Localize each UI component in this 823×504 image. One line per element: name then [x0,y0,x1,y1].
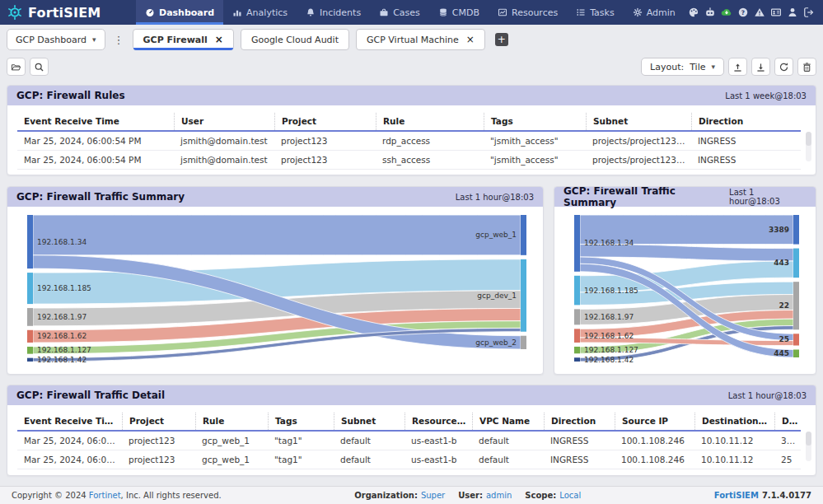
column-header-direction[interactable]: Direction [544,413,615,430]
column-header-project[interactable]: Project [122,413,195,430]
sankey-node[interactable] [27,330,33,343]
add-tab-button[interactable]: + [495,33,508,46]
sankey-node[interactable] [27,215,33,268]
nav-item-label: Resources [512,7,558,18]
table-cell: default [472,432,544,450]
sankey-node[interactable] [27,308,33,326]
sankey-node[interactable] [27,347,33,354]
panel-header[interactable]: GCP: Firewall Traffic Summary Last 1 hou… [554,187,816,207]
user-value[interactable]: admin [486,491,512,500]
sankey-node[interactable] [27,273,33,304]
scope-value[interactable]: Local [559,491,581,500]
sankey-node[interactable] [521,215,526,255]
sankey-node[interactable] [574,329,580,343]
time-range-badge: Last 1 hour@18:03 [456,193,534,202]
sankey-node[interactable] [574,347,580,353]
table-row[interactable]: Mar 25, 2024, 06:00:54 PMjsmith@domain.t… [17,151,801,170]
table-row[interactable]: Mar 25, 2024, 06:02:52 PMproject123gcp_w… [17,432,801,450]
dashboard-selector[interactable]: GCP Dashboard ▾ [7,29,105,50]
sankey-node[interactable] [793,282,799,329]
sankey-node[interactable] [574,309,580,324]
column-header-resource-zone[interactable]: Resource Zone [404,413,472,430]
organization-value[interactable]: Super [421,491,445,500]
table-row[interactable]: Mar 25, 2024, 06:02:52 PMproject123gcp_w… [17,450,801,469]
nav-item-resources[interactable]: Resources [489,0,567,25]
tab-gcp-virtual-machine[interactable]: GCP Virtual Machine× [356,29,485,50]
vertical-scrollbar[interactable] [806,432,811,461]
layout-selector[interactable]: Layout: Tile ▾ [641,58,724,76]
folder-open-button[interactable] [7,58,26,76]
nav-item-label: Admin [647,7,676,18]
traffic-detail-table: Event Receive TimeProjectRuleTagsSubnetR… [7,405,816,469]
panel-header[interactable]: GCP: Firewall Traffic Summary Last 1 hou… [7,187,543,207]
logout-button[interactable] [803,7,815,18]
column-header-event-receive-time[interactable]: Event Receive Time [17,113,174,130]
robot-button[interactable] [704,7,716,18]
panel-title: GCP: Firewall Traffic Summary [563,186,729,208]
tab-gcp-firewall[interactable]: GCP Firewall× [133,29,234,50]
nav-item-analytics[interactable]: Analytics [223,0,297,25]
sankey-node[interactable] [27,358,33,362]
column-header-source-ip[interactable]: Source IP [615,413,694,430]
nav-item-admin[interactable]: Admin [624,0,685,25]
column-header-direction[interactable]: Direction [691,113,801,130]
column-header-tags[interactable]: Tags [268,413,334,430]
column-header-rule[interactable]: Rule [376,113,484,130]
column-header-vpc-name[interactable]: VPC Name [472,413,544,430]
sankey-link[interactable] [33,215,521,255]
column-header-destination-port[interactable]: Destination Port [774,413,801,430]
sankey-node[interactable] [521,336,526,349]
sankey-chart: 192.168.1.34192.168.1.185192.168.1.97192… [27,214,526,362]
warning-button[interactable] [754,7,765,18]
table-row[interactable]: Mar 25, 2024, 06:00:54 PMjsmith@domain.t… [17,132,801,151]
nav-item-cases[interactable]: Cases [370,0,429,25]
search-button[interactable] [30,58,49,76]
column-header-user[interactable]: User [174,113,274,130]
column-header-project[interactable]: Project [274,113,376,130]
download-button[interactable] [751,58,770,76]
sankey-node[interactable] [793,249,799,278]
nav-item-incidents[interactable]: Incidents [297,0,370,25]
time-range-badge: Last 1 hour@18:03 [729,188,807,206]
table-cell: INGRESS [691,132,801,150]
table-cell: 10.10.11.12 [694,432,774,450]
user-label: User: [458,491,483,500]
sankey-node[interactable] [574,276,580,306]
column-header-subnet[interactable]: Subnet [586,113,691,130]
nav-item-tasks[interactable]: Tasks [567,0,623,25]
panel-header[interactable]: GCP: Firewall Rules Last 1 week@18:03 [7,86,816,105]
id-card-button[interactable] [770,7,782,18]
nav-item-cmdb[interactable]: CMDB [429,0,489,25]
column-header-tags[interactable]: Tags [484,113,586,130]
close-icon[interactable]: × [466,35,475,44]
sankey-node[interactable] [521,259,526,332]
refresh-button[interactable] [774,58,793,76]
column-header-subnet[interactable]: Subnet [334,413,404,430]
help-button[interactable]: ? [737,7,749,18]
palette-button[interactable] [688,7,699,18]
column-header-event-receive-time[interactable]: Event Receive Time [17,413,122,430]
table-cell: jsmith@domain.test [174,151,274,169]
trash-button[interactable] [797,58,816,76]
tab-google-cloud-audit[interactable]: Google Cloud Audit [241,29,349,50]
panel-header[interactable]: GCP: Firewall Traffic Detail Last 1 hour… [7,385,816,405]
vertical-scrollbar[interactable] [806,132,811,161]
fortinet-link[interactable]: Fortinet [89,491,121,500]
sankey-source-to-host: 192.168.1.34192.168.1.185192.168.1.97192… [27,214,526,362]
sankey-node[interactable] [574,357,580,362]
sankey-node[interactable] [793,215,799,245]
cloud-download-button[interactable] [721,7,732,18]
kebab-menu-icon[interactable]: ⋮ [112,34,126,46]
nav-item-dashboard[interactable]: Dashboard [136,0,223,25]
sankey-node[interactable] [793,334,799,345]
nav-utility-icons: ? [688,0,823,25]
sankey-node[interactable] [574,215,580,272]
layout-value: Tile [690,62,705,72]
column-header-rule[interactable]: Rule [195,413,268,430]
close-icon[interactable]: × [215,35,223,44]
column-header-destination-ip[interactable]: Destination IP [694,413,774,430]
upload-button[interactable] [728,58,747,76]
user-button[interactable] [787,7,798,18]
rules-table: Event Receive TimeUserProjectRuleTagsSub… [7,105,816,170]
sankey-node[interactable] [793,350,799,357]
